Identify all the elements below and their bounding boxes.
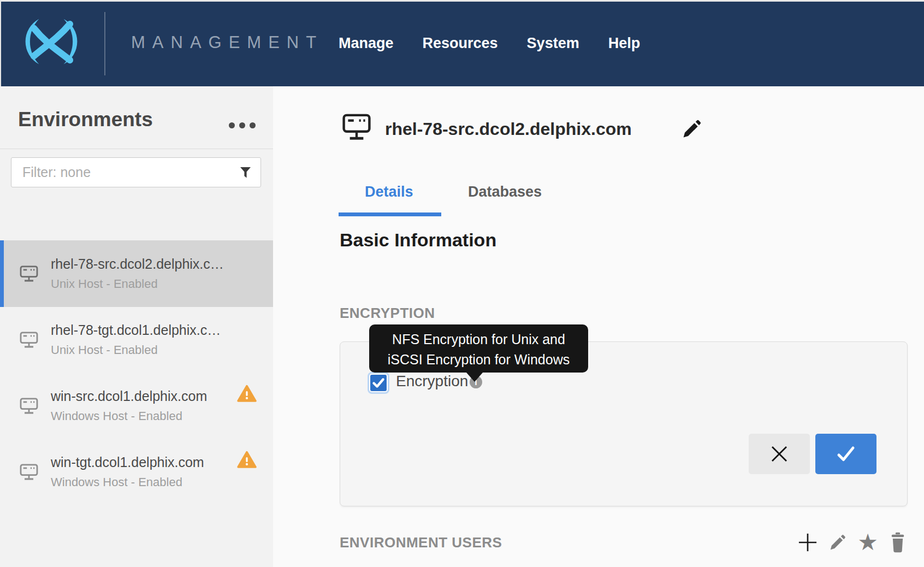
star-icon: ★ <box>857 531 878 553</box>
environment-list-item[interactable]: win-src.dcol1.delphix.com Windows Host -… <box>0 373 273 439</box>
environment-status: Windows Host - Enabled <box>51 409 207 423</box>
confirm-button[interactable] <box>815 434 876 474</box>
environment-details-panel: rhel-78-src.dcol2.delphix.com Details Da… <box>273 86 924 567</box>
nav-item-resources[interactable]: Resources <box>423 35 498 52</box>
cancel-button[interactable] <box>749 434 810 474</box>
nav-item-help[interactable]: Help <box>608 35 641 52</box>
host-icon <box>20 332 38 348</box>
encryption-checkbox-label: Encryption <box>396 373 468 390</box>
environment-users-label: ENVIRONMENT USERS <box>340 534 502 551</box>
environment-name: win-tgt.dcol1.delphix.com <box>51 454 204 470</box>
environment-name: rhel-78-src.dcol2.delphix.c… <box>51 256 224 272</box>
environment-list-item[interactable]: rhel-78-src.dcol2.delphix.c… Unix Host -… <box>0 240 273 307</box>
top-navigation-bar: MANAGEMENT Manage Resources System Help <box>0 0 924 86</box>
window-left-edge <box>0 0 1 86</box>
page-title: rhel-78-src.dcol2.delphix.com <box>385 119 632 139</box>
tab-databases[interactable]: Databases <box>468 184 542 200</box>
environment-list-item[interactable]: rhel-78-tgt.dcol1.delphix.c… Unix Host -… <box>0 306 273 373</box>
top-nav-menu: Manage Resources System Help <box>339 0 640 86</box>
selected-indicator <box>0 240 4 307</box>
environment-filter <box>11 157 261 187</box>
window-top-edge <box>0 0 924 2</box>
environment-status: Unix Host - Enabled <box>51 343 221 357</box>
trash-icon <box>889 532 907 553</box>
encryption-tooltip: NFS Encryption for Unix and iSCSI Encryp… <box>369 324 588 373</box>
encryption-group-label: ENCRYPTION <box>340 305 435 322</box>
warning-icon <box>237 451 257 469</box>
nav-item-system[interactable]: System <box>527 35 579 52</box>
edit-pencil-icon[interactable] <box>680 117 704 140</box>
environment-list-item[interactable]: win-tgt.dcol1.delphix.com Windows Host -… <box>0 439 273 505</box>
ellipsis-menu-icon[interactable] <box>226 119 259 132</box>
primary-user-button[interactable]: ★ <box>858 530 878 554</box>
host-icon <box>20 265 38 282</box>
tooltip-line-2: iSCSI Encryption for Windows <box>369 350 588 370</box>
warning-icon <box>237 385 257 403</box>
environment-status: Unix Host - Enabled <box>51 277 224 291</box>
environment-users-toolbar: ★ <box>798 530 908 555</box>
tooltip-caret <box>466 373 483 382</box>
checkmark-icon <box>370 375 387 391</box>
x-icon <box>769 444 789 464</box>
host-icon <box>20 398 38 414</box>
funnel-icon[interactable] <box>240 167 251 179</box>
active-tab-indicator <box>339 212 441 216</box>
environment-status: Windows Host - Enabled <box>51 475 204 489</box>
plus-icon <box>798 532 818 553</box>
host-icon <box>342 114 371 141</box>
add-user-button[interactable] <box>798 530 818 554</box>
section-heading: Basic Information <box>340 229 496 251</box>
environment-name: rhel-78-tgt.dcol1.delphix.c… <box>51 322 221 338</box>
check-icon <box>836 444 856 464</box>
nav-item-manage[interactable]: Manage <box>339 35 394 52</box>
delphix-logo-icon[interactable] <box>15 16 87 69</box>
environment-name: win-src.dcol1.delphix.com <box>51 388 207 404</box>
tab-details[interactable]: Details <box>365 184 413 200</box>
environments-sidebar: Environments rhel-78-src.dcol2.delphix.c… <box>0 86 273 567</box>
sidebar-divider <box>0 149 273 149</box>
brand-divider <box>104 12 105 75</box>
tooltip-line-1: NFS Encryption for Unix and <box>369 329 588 350</box>
delete-user-button[interactable] <box>888 530 908 554</box>
brand-title: MANAGEMENT <box>131 33 323 52</box>
pencil-icon <box>828 533 848 552</box>
encryption-checkbox[interactable] <box>370 375 387 391</box>
host-icon <box>20 464 38 480</box>
sidebar-title: Environments <box>18 108 153 131</box>
edit-user-button[interactable] <box>828 530 848 554</box>
filter-input[interactable] <box>11 158 260 187</box>
